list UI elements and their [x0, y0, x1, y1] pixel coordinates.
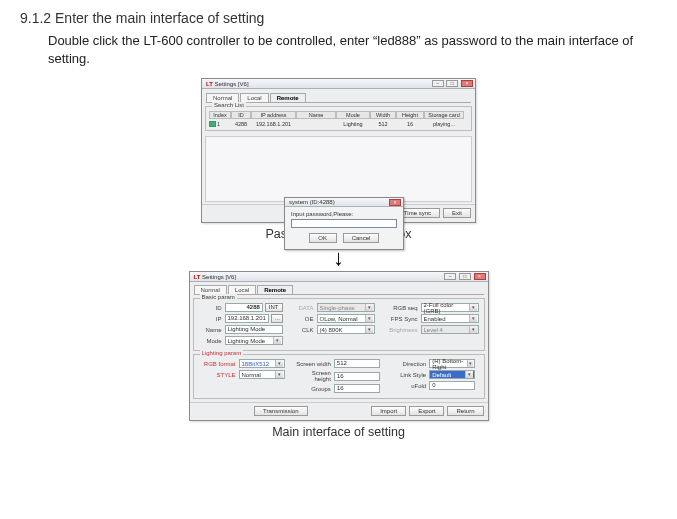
- caption-main: Main interface of setting: [20, 425, 657, 439]
- linkstyle-select[interactable]: Default▾: [429, 370, 475, 379]
- ufold-field[interactable]: 0: [429, 381, 475, 390]
- title-rest: Settings [V6]: [200, 274, 236, 280]
- search-list-label: Search List: [212, 102, 246, 108]
- ip-ext-button[interactable]: ...: [271, 314, 283, 323]
- export-button[interactable]: Export: [409, 406, 444, 416]
- password-close-button[interactable]: ×: [389, 199, 401, 206]
- password-input[interactable]: [291, 219, 397, 228]
- settings-window-password: LT Settings [V6] – □ × Normal Local Remo…: [201, 78, 476, 223]
- section-heading: 9.1.2 Enter the main interface of settin…: [20, 10, 657, 26]
- name-label: Name: [199, 327, 225, 333]
- import-button[interactable]: Import: [371, 406, 406, 416]
- ip-label: IP: [199, 316, 225, 322]
- lighting-param-group: Lighting param RGB format 18BitX512▾ STY…: [193, 354, 485, 399]
- device-icon: [209, 121, 216, 127]
- title-prefix: LT: [206, 81, 213, 87]
- down-arrow-icon: ↓: [20, 247, 657, 269]
- chevron-down-icon: ▾: [365, 315, 373, 322]
- maximize-button[interactable]: □: [446, 80, 458, 87]
- groups-label: Groups: [294, 386, 334, 392]
- close-button[interactable]: ×: [461, 80, 473, 87]
- search-list-header: Index ID IP address Name Mode Width Heig…: [209, 110, 468, 120]
- groups-field[interactable]: 16: [334, 384, 380, 393]
- titlebar: LT Settings [V6] – □ ×: [190, 272, 488, 282]
- oe-label: OE: [293, 316, 317, 322]
- oe-select[interactable]: OLow, Normal▾: [317, 314, 375, 323]
- minimize-button[interactable]: –: [444, 273, 456, 280]
- rgbformat-select[interactable]: 18BitX512▾: [239, 359, 285, 368]
- tab-local[interactable]: Local: [228, 285, 256, 294]
- brightness-select: Level 4▾: [421, 325, 479, 334]
- exit-button[interactable]: Exit: [443, 208, 471, 218]
- chevron-down-icon: ▾: [469, 315, 477, 322]
- tab-local[interactable]: Local: [240, 93, 268, 102]
- style-select[interactable]: Normal▾: [239, 370, 285, 379]
- chevron-down-icon: ▾: [469, 326, 477, 333]
- screenheight-field[interactable]: 16: [334, 372, 380, 381]
- basic-param-group: Basic param ID 4288 INT IP 192.168.1.201…: [193, 298, 485, 351]
- tab-remote[interactable]: Remote: [270, 93, 306, 102]
- clk-select[interactable]: (4) 800K▾: [317, 325, 375, 334]
- password-dialog: system (ID:4288) × Input password,Please…: [284, 197, 404, 250]
- transmission-button[interactable]: Transmission: [254, 406, 307, 416]
- tab-remote[interactable]: Remote: [257, 285, 293, 294]
- screenwidth-field[interactable]: 512: [334, 359, 380, 368]
- chevron-down-icon: ▾: [365, 304, 373, 311]
- ok-button[interactable]: OK: [309, 233, 337, 243]
- tab-normal[interactable]: Normal: [206, 93, 239, 102]
- password-prompt: Input password,Please:: [291, 211, 397, 217]
- fps-label: FPS Sync: [387, 316, 421, 322]
- section-body-text: Double click the LT-600 controller to be…: [48, 32, 657, 68]
- id-int-button[interactable]: INT: [265, 303, 283, 312]
- titlebar: LT Settings [V6] – □ ×: [202, 79, 475, 89]
- fps-select[interactable]: Enabled▾: [421, 314, 479, 323]
- id-label: ID: [199, 305, 225, 311]
- chevron-down-icon: ▾: [465, 371, 473, 378]
- chevron-down-icon: ▾: [275, 360, 283, 367]
- style-label: STYLE: [199, 372, 239, 378]
- ufold-label: uFold: [389, 383, 429, 389]
- chevron-down-icon: ▾: [273, 337, 281, 344]
- rgbseq-select[interactable]: 2-Full color (GRB)▾: [421, 303, 479, 312]
- chevron-down-icon: ▾: [469, 304, 477, 311]
- close-button[interactable]: ×: [474, 273, 486, 280]
- chevron-down-icon: ▾: [467, 360, 473, 367]
- chevron-down-icon: ▾: [275, 371, 283, 378]
- linkstyle-label: Link Style: [389, 372, 429, 378]
- minimize-button[interactable]: –: [432, 80, 444, 87]
- settings-window-main: LT Settings [V6] – □ × Normal Local Remo…: [189, 271, 489, 421]
- mode-select[interactable]: Lighting Mode▾: [225, 336, 283, 345]
- data-label: DATA: [293, 305, 317, 311]
- tab-normal[interactable]: Normal: [194, 285, 227, 294]
- table-row[interactable]: 1 4288 192.168.1.201 Lighting 512 16 pla…: [209, 120, 468, 128]
- data-select: Single-phase▾: [317, 303, 375, 312]
- brightness-label: Brightness: [387, 327, 421, 333]
- password-dialog-title: system (ID:4288): [289, 199, 335, 205]
- direction-select[interactable]: (H) Bottom-Right▾: [429, 359, 475, 368]
- screenwidth-label: Screen width: [294, 361, 334, 367]
- rgbseq-label: RGB seq: [387, 305, 421, 311]
- mode-label: Mode: [199, 338, 225, 344]
- chevron-down-icon: ▾: [365, 326, 373, 333]
- cancel-button[interactable]: Cancel: [343, 233, 380, 243]
- rgbformat-label: RGB format: [199, 361, 239, 367]
- direction-label: Direction: [389, 361, 429, 367]
- id-field[interactable]: 4288: [225, 303, 263, 312]
- title-rest: Settings [V6]: [213, 81, 249, 87]
- return-button[interactable]: Return: [447, 406, 483, 416]
- name-field[interactable]: Lighting Mode: [225, 325, 283, 334]
- ip-field[interactable]: 192.168.1.201: [225, 314, 269, 323]
- lighting-param-legend: Lighting param: [200, 350, 244, 356]
- screenheight-label: Screen height: [294, 370, 334, 382]
- maximize-button[interactable]: □: [459, 273, 471, 280]
- basic-param-legend: Basic param: [200, 294, 237, 300]
- clk-label: CLK: [293, 327, 317, 333]
